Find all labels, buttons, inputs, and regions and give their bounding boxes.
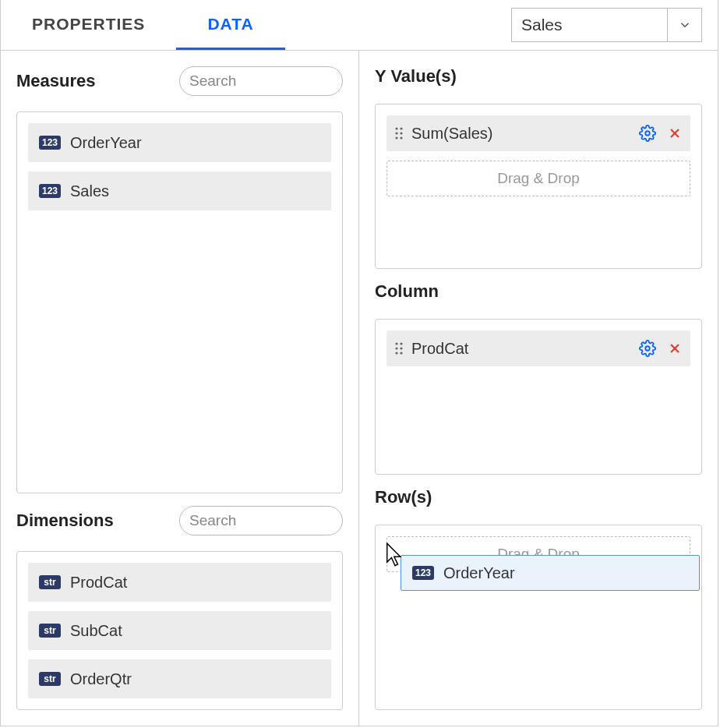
measures-header: Measures <box>16 66 343 96</box>
measure-label: OrderYear <box>70 134 142 152</box>
svg-point-17 <box>395 352 397 354</box>
tab-bar: Properties Data <box>1 0 285 50</box>
y-values-empty-slot[interactable]: Drag & Drop <box>386 161 690 196</box>
svg-point-8 <box>395 136 397 139</box>
measure-item[interactable]: 123 Sales <box>28 171 331 210</box>
dimensions-search[interactable] <box>179 506 343 535</box>
measure-item[interactable]: 123 OrderYear <box>28 123 331 162</box>
measures-title: Measures <box>16 71 96 91</box>
svg-point-14 <box>400 342 402 345</box>
dimension-label: OrderQtr <box>70 670 132 688</box>
svg-point-4 <box>395 127 397 129</box>
dimension-label: SubCat <box>70 622 122 640</box>
numeric-type-icon: 123 <box>39 184 61 198</box>
gear-icon[interactable] <box>639 340 656 357</box>
string-type-icon: str <box>39 624 61 638</box>
close-icon[interactable] <box>667 341 683 356</box>
rows-dropzone[interactable]: Drag & Drop 123 OrderYear <box>375 525 702 710</box>
dimensions-search-input[interactable] <box>189 512 359 529</box>
dimension-item[interactable]: str OrderQtr <box>28 659 331 698</box>
dataset-dropdown-label: Sales <box>512 16 667 34</box>
drag-preview-chip[interactable]: 123 OrderYear <box>401 555 700 591</box>
drag-handle-icon[interactable] <box>394 341 404 355</box>
column-title: Column <box>375 281 702 302</box>
dimension-label: ProdCat <box>70 574 127 592</box>
dataset-dropdown[interactable]: Sales <box>511 8 702 42</box>
fields-panel: Measures 123 OrderYear 123 Sales Dimensi <box>1 51 359 726</box>
dimensions-list: str ProdCat str SubCat str OrderQtr <box>16 551 343 710</box>
y-values-dropzone[interactable]: Sum(Sales) Drag & Drop <box>375 104 702 269</box>
drag-preview-label: OrderYear <box>443 564 515 582</box>
y-value-chip[interactable]: Sum(Sales) <box>386 115 690 151</box>
drag-handle-icon[interactable] <box>394 126 404 140</box>
dimension-item[interactable]: str SubCat <box>28 611 331 650</box>
column-dropzone[interactable]: ProdCat <box>375 319 702 475</box>
y-value-chip-label: Sum(Sales) <box>411 125 631 143</box>
svg-point-19 <box>645 346 650 351</box>
dimensions-header: Dimensions <box>16 506 343 535</box>
measures-search[interactable] <box>179 66 343 96</box>
dimensions-title: Dimensions <box>16 511 114 531</box>
chevron-down-icon <box>667 9 701 41</box>
svg-point-5 <box>400 127 402 129</box>
measure-label: Sales <box>70 182 109 200</box>
column-chip-label: ProdCat <box>411 340 631 358</box>
svg-point-13 <box>395 342 397 345</box>
dimension-item[interactable]: str ProdCat <box>28 563 331 602</box>
measures-list: 123 OrderYear 123 Sales <box>16 111 343 493</box>
tab-data[interactable]: Data <box>176 0 284 50</box>
top-bar: Properties Data Sales <box>1 0 718 51</box>
string-type-icon: str <box>39 575 61 589</box>
close-icon[interactable] <box>667 125 683 141</box>
numeric-type-icon: 123 <box>39 136 61 150</box>
measures-search-input[interactable] <box>189 72 359 90</box>
svg-point-9 <box>400 136 402 139</box>
bindings-panel: Y Value(s) Sum(Sales) Drag & Drop <box>359 51 718 726</box>
numeric-type-icon: 123 <box>412 566 434 580</box>
svg-point-7 <box>400 132 402 134</box>
tab-properties[interactable]: Properties <box>1 0 176 50</box>
svg-point-10 <box>645 131 650 136</box>
string-type-icon: str <box>39 672 61 686</box>
svg-point-6 <box>395 132 397 134</box>
svg-point-16 <box>400 347 402 349</box>
svg-point-18 <box>400 352 402 354</box>
y-values-title: Y Value(s) <box>375 66 702 87</box>
gear-icon[interactable] <box>639 125 656 142</box>
svg-point-15 <box>395 347 397 349</box>
rows-title: Row(s) <box>375 487 702 507</box>
column-chip[interactable]: ProdCat <box>386 330 690 366</box>
